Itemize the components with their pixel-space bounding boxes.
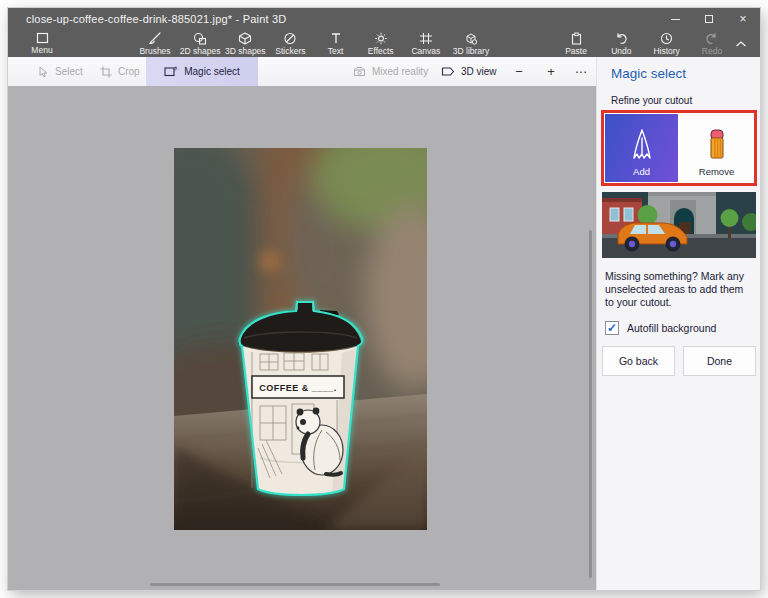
redo-icon [705,32,718,45]
missing-something-text: Missing something? Mark any unselected a… [605,270,753,309]
3d-view-label: 3D view [461,66,497,77]
stickers-button[interactable]: Stickers [268,30,312,57]
mixed-reality-button[interactable]: Mixed reality [353,57,428,86]
panel-title: Magic select [611,66,686,81]
window-controls: × [658,8,760,30]
sticker-icon [283,32,297,45]
panel-actions: Go back Done [602,346,756,376]
canvas-icon [419,32,433,45]
magic-select-icon [164,66,178,77]
redo-label: Redo [702,46,722,56]
minus-icon: − [515,64,523,79]
brushes-button[interactable]: Brushes [133,30,177,57]
redo-button[interactable]: Redo [692,30,732,57]
maximize-button[interactable] [692,8,726,30]
shapes-3d-icon [238,32,252,45]
horizontal-scrollbar[interactable] [150,583,440,586]
text-button[interactable]: Text [314,30,358,57]
text-icon [329,32,343,45]
library-3d-icon [464,32,478,45]
magic-select-panel: Magic select Refine your cutout Add Remo… [596,57,760,590]
undo-button[interactable]: Undo [601,30,641,57]
street-scene-preview [602,192,756,258]
title-bar: close-up-coffee-coffee-drink-885021.jpg*… [8,8,760,30]
ellipsis-icon: … [575,61,588,76]
refine-cutout-label: Refine your cutout [611,95,692,106]
cutout-preview-thumbnail [602,192,756,258]
effects-icon [374,32,388,45]
canvas-area[interactable]: COFFEE & ____. [8,86,596,590]
ribbon-clipboard: Paste Undo History Redo [556,30,732,57]
stickers-label: Stickers [275,46,305,56]
vertical-scrollbar[interactable] [589,230,592,578]
2d-shapes-button[interactable]: 2D shapes [178,30,222,57]
content-area: Select Crop Magic select Mixed reality 3… [8,57,760,590]
menu-button[interactable]: Menu [20,30,64,57]
undo-icon [615,32,628,45]
autofill-label: Autofill background [627,322,716,334]
more-options-button[interactable]: … [570,57,592,86]
history-label: History [653,46,679,56]
coffee-cup-photo[interactable]: COFFEE & ____. [174,148,427,530]
mixed-reality-label: Mixed reality [372,66,428,77]
menu-label: Menu [31,45,52,55]
done-button[interactable]: Done [683,346,756,376]
3d-library-button[interactable]: 3D library [449,30,493,57]
chevron-up-icon [735,40,747,48]
go-back-button[interactable]: Go back [602,346,675,376]
select-label: Select [55,66,83,77]
undo-label: Undo [611,46,631,56]
menu-icon [36,32,49,44]
3d-view-icon [441,66,455,77]
crop-label: Crop [118,66,140,77]
minimize-button[interactable] [658,8,692,30]
3d-shapes-button[interactable]: 3D shapes [223,30,267,57]
plus-icon: + [547,64,555,79]
eraser-remove-icon [706,128,728,162]
paint3d-window: close-up-coffee-coffee-drink-885021.jpg*… [8,8,760,590]
text-label: Text [328,46,344,56]
remove-label: Remove [699,166,734,177]
effects-button[interactable]: Effects [359,30,403,57]
maximize-icon [705,15,713,23]
ribbon: Menu Brushes 2D shapes 3D shapes Sticker… [8,30,760,57]
history-button[interactable]: History [647,30,687,57]
paste-icon [570,32,583,45]
ribbon-tools: Brushes 2D shapes 3D shapes Stickers Tex… [133,30,493,57]
close-button[interactable]: × [726,8,760,30]
3d-library-label: 3D library [453,46,489,56]
checkmark-icon: ✓ [607,322,617,334]
select-cursor-icon [38,66,49,78]
zoom-in-button[interactable]: + [540,57,562,86]
mixed-reality-icon [353,66,366,77]
3d-shapes-label: 3D shapes [225,46,266,56]
add-button[interactable]: Add [605,114,678,182]
paste-button[interactable]: Paste [556,30,596,57]
cup-banner-text: COFFEE & ____. [259,383,337,393]
zoom-out-button[interactable]: − [508,57,530,86]
brushes-label: Brushes [139,46,170,56]
editor-column: Select Crop Magic select Mixed reality 3… [8,57,596,590]
add-label: Add [633,166,650,177]
collapse-ribbon-button[interactable] [728,30,754,57]
red-highlight-annotation: Add Remove [601,110,757,186]
history-icon [660,32,673,45]
brush-icon [148,32,162,45]
magic-select-label: Magic select [184,66,240,77]
sub-toolbar: Select Crop Magic select Mixed reality 3… [8,57,596,86]
crop-button[interactable]: Crop [100,57,140,86]
2d-shapes-label: 2D shapes [180,46,221,56]
magic-select-button[interactable]: Magic select [146,57,258,86]
paste-label: Paste [565,46,587,56]
shapes-2d-icon [193,32,207,45]
checkbox[interactable]: ✓ [605,321,619,335]
remove-button[interactable]: Remove [680,114,753,182]
window-title: close-up-coffee-coffee-drink-885021.jpg*… [26,13,287,25]
select-button[interactable]: Select [38,57,83,86]
autofill-background-checkbox-row[interactable]: ✓ Autofill background [605,321,716,335]
3d-view-button[interactable]: 3D view [441,57,497,86]
effects-label: Effects [368,46,394,56]
pencil-add-icon [629,128,655,162]
canvas-button[interactable]: Canvas [404,30,448,57]
crop-icon [100,66,112,78]
